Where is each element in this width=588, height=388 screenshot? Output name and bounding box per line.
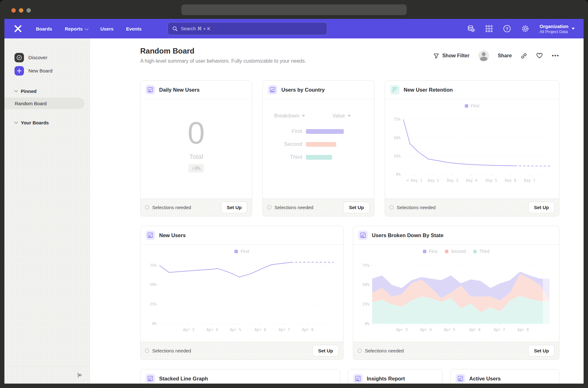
collapse-sidebar-icon[interactable]: [76, 372, 83, 379]
card-body: First 75%50%25%0%Apr 3Apr 4Apr 5Apr 6Apr…: [141, 245, 343, 342]
setup-button[interactable]: Set Up: [312, 345, 339, 357]
svg-text:25%: 25%: [150, 302, 157, 306]
delta-badge: ↑0%: [188, 164, 204, 173]
value-dropdown[interactable]: Value: [332, 113, 351, 119]
legend-label: First: [429, 249, 437, 254]
sidebar-item-new-board[interactable]: New Board: [4, 64, 90, 77]
share-button[interactable]: Share: [498, 53, 512, 59]
more-options-icon[interactable]: •••: [552, 53, 559, 59]
legend-swatch: [473, 250, 477, 253]
discover-compass-icon: [14, 53, 24, 62]
metric-value: 0: [187, 117, 205, 148]
caret-down-icon: [572, 28, 575, 30]
card-footer: Selections needed Set Up: [353, 342, 559, 359]
card-header: Insights Report: [348, 369, 442, 384]
browser-window: Boards Reports Users Events Search ⌘ + K: [0, 0, 588, 388]
status-circle-icon: [389, 205, 394, 209]
card-footer: Selections needed Set Up: [385, 198, 559, 216]
window-chrome: [0, 0, 588, 19]
sidebar-footer: [4, 366, 90, 384]
bar-row: Second: [263, 142, 374, 147]
status-circle-icon: [267, 205, 271, 209]
line-chart-icon: [358, 231, 368, 240]
avatar[interactable]: [478, 50, 489, 61]
main-content: Random Board A high-level summary of use…: [90, 38, 584, 384]
card-title: Users Broken Down By State: [372, 232, 443, 238]
address-bar[interactable]: [182, 4, 407, 15]
mixpanel-logo-icon[interactable]: [13, 24, 23, 33]
card-body: First 75%50%25%0%< Day 1Day 2Day 3Day 4D…: [385, 99, 559, 198]
line-chart-icon: [268, 85, 277, 94]
setup-button[interactable]: Set Up: [528, 202, 555, 213]
minimize-button[interactable]: [19, 8, 23, 13]
svg-text:Apr 4: Apr 4: [206, 328, 218, 332]
svg-text:25%: 25%: [362, 302, 369, 306]
nav-item-boards[interactable]: Boards: [36, 26, 52, 31]
search-icon: [172, 26, 178, 31]
line-chart-icon: [146, 374, 155, 383]
legend-swatch: [445, 250, 448, 253]
nav-item-users[interactable]: Users: [100, 26, 113, 31]
nav-item-events[interactable]: Events: [126, 26, 141, 31]
fullscreen-button[interactable]: [26, 8, 31, 13]
svg-text:0%: 0%: [152, 322, 157, 326]
svg-text:0%: 0%: [365, 322, 370, 326]
new-users-line-chart: 75%50%25%0%Apr 3Apr 4Apr 5Apr 6Apr 7Apr …: [145, 255, 339, 333]
app-frame: Boards Reports Users Events Search ⌘ + K: [4, 19, 584, 384]
nav-menu: Boards Reports Users Events: [36, 26, 141, 31]
close-button[interactable]: [11, 8, 16, 13]
svg-text:Apr 8: Apr 8: [302, 328, 314, 332]
svg-text:Day 4: Day 4: [466, 178, 477, 183]
org-switcher[interactable]: Organization All Project Data: [539, 23, 575, 34]
breakdown-dropdown[interactable]: Breakdown: [274, 113, 305, 119]
svg-text:Day 2: Day 2: [428, 178, 439, 183]
card-body: First Second Third 75%50%25%0%Apr 3Apr 4…: [353, 245, 559, 342]
caret-down-icon: [348, 115, 351, 117]
sidebar-item-random-board[interactable]: Random Board: [4, 98, 84, 109]
status-text: Selections needed: [152, 205, 191, 210]
bar-row: First: [263, 129, 374, 134]
setup-button[interactable]: Set Up: [343, 202, 370, 213]
search-input[interactable]: Search ⌘ + K: [168, 22, 327, 35]
legend-swatch: [465, 104, 468, 108]
dropdown-label: Breakdown: [274, 113, 299, 119]
apps-grid-icon[interactable]: [485, 25, 493, 32]
chart-legend: First: [465, 103, 479, 108]
nav-item-reports[interactable]: Reports: [65, 26, 88, 31]
sidebar: Discover New Board Pinned Random Board: [4, 38, 90, 384]
svg-text:50%: 50%: [362, 282, 369, 287]
card-users-by-state: Users Broken Down By State First Second …: [353, 226, 559, 360]
bar-second: [306, 142, 336, 147]
copy-link-icon[interactable]: [521, 53, 527, 59]
show-filter-button[interactable]: Show Filter: [433, 53, 469, 59]
card-body: 0 Total ↑0%: [141, 99, 252, 198]
card-title: New User Retention: [404, 87, 453, 93]
card-insights-report: Insights Report: [348, 369, 442, 384]
setup-button[interactable]: Set Up: [528, 345, 555, 357]
bar-label: First: [263, 128, 302, 134]
sidebar-item-discover[interactable]: Discover: [4, 51, 90, 64]
org-name: Organization: [539, 23, 568, 29]
svg-text:Apr 5: Apr 5: [444, 328, 455, 332]
svg-text:Apr 4: Apr 4: [420, 328, 432, 332]
card-title: Daily New Users: [159, 87, 199, 93]
setup-button[interactable]: Set Up: [221, 202, 247, 213]
sidebar-section-your-boards[interactable]: Your Boards: [4, 117, 90, 128]
card-active-users: Active Users: [450, 369, 559, 384]
card-body: Breakdown Value First: [263, 99, 374, 198]
help-icon[interactable]: ?: [503, 25, 511, 33]
svg-text:50%: 50%: [150, 282, 157, 287]
chevron-down-icon: [14, 120, 18, 123]
sidebar-section-pinned[interactable]: Pinned: [4, 86, 90, 96]
sidebar-item-label: New Board: [28, 68, 53, 74]
favorite-heart-icon[interactable]: [536, 52, 543, 59]
status-text: Selections needed: [152, 348, 191, 353]
page-header: Random Board A high-level summary of use…: [140, 47, 559, 64]
svg-text:0%: 0%: [396, 172, 401, 177]
data-management-icon[interactable]: [467, 25, 475, 33]
nav-item-label: Boards: [36, 26, 52, 31]
line-chart-icon: [146, 85, 155, 94]
svg-text:50%: 50%: [394, 136, 401, 140]
settings-gear-icon[interactable]: [521, 25, 529, 33]
svg-text:75%: 75%: [362, 263, 369, 268]
